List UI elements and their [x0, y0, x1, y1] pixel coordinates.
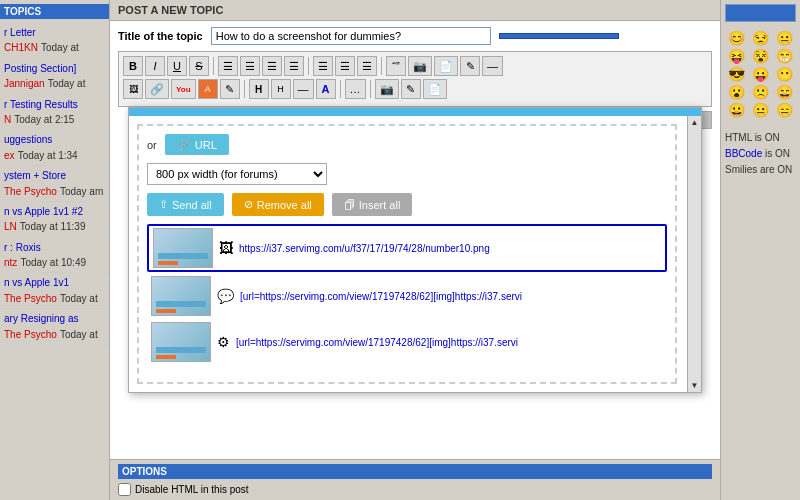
emoticon[interactable]: 😶 [774, 66, 796, 82]
disable-html-checkbox[interactable] [118, 483, 131, 496]
youtube-button[interactable]: You [171, 79, 196, 99]
strikethrough-button[interactable]: S [189, 56, 209, 76]
topic-link[interactable]: r Letter [4, 27, 36, 38]
underline-button[interactable]: U [167, 56, 187, 76]
img2-button[interactable]: 🖼 [123, 79, 143, 99]
h1-button[interactable]: H [249, 79, 269, 99]
emoticon[interactable]: 😐 [749, 102, 771, 118]
image-item[interactable]: ⚙ [url=https://servimg.com/view/17197428… [147, 320, 667, 364]
emoticon[interactable]: 😝 [725, 48, 747, 64]
title-row: Title of the topic [110, 21, 720, 51]
topic-link[interactable]: ystem + Store [4, 170, 66, 181]
emoticon[interactable]: 😄 [774, 84, 796, 100]
image-url[interactable]: https://i37.servimg.com/u/f37/17/19/74/2… [239, 243, 490, 254]
list-ol-button2[interactable]: ☰ [357, 56, 377, 76]
list-ul-button[interactable]: ☰ [313, 56, 333, 76]
editor-area: B I U S ☰ ☰ ☰ ☰ ☰ ☰ ☰ “” 📷 📄 ✎ — 🖼 🔗 You… [118, 51, 712, 107]
url-row: or 🔗 URL [147, 134, 667, 155]
list-item[interactable]: r Letter CH1KN Today at [0, 23, 109, 59]
send-all-button[interactable]: ⇧ Send all [147, 193, 224, 216]
toolbar-separator [340, 80, 341, 98]
list-item[interactable]: ary Resigning as The Psycho Today at [0, 309, 109, 345]
more-button[interactable]: — [482, 56, 503, 76]
list-item[interactable]: Posting Section] Jannigan Today at [0, 59, 109, 95]
topic-link[interactable]: r Testing Results [4, 99, 78, 110]
width-select-row: 800 px width (for forums) 600 px width 4… [147, 163, 667, 185]
topic-link[interactable]: r : Roxis [4, 242, 41, 253]
image-alt-bbcode[interactable]: [url=https://servimg.com/view/17197428/6… [236, 337, 518, 348]
list-item[interactable]: n vs Apple 1v1 #2 LN Today at 11:39 [0, 202, 109, 238]
list-item[interactable]: r : Roxis ntz Today at 10:49 [0, 238, 109, 274]
list-item[interactable]: r Testing Results N Today at 2:15 [0, 95, 109, 131]
toolbar-separator [381, 57, 382, 75]
list-item[interactable]: ystem + Store The Psycho Today am [0, 166, 109, 202]
action-buttons: ⇧ Send all ⊘ Remove all 🗍 Insert all [147, 193, 667, 216]
tb-icon1[interactable]: 📷 [375, 79, 399, 99]
settings-icon[interactable]: ⚙ [217, 334, 230, 350]
emoticon[interactable]: 😛 [749, 66, 771, 82]
emoticon[interactable]: 😐 [774, 30, 796, 46]
smilies-status: Smilies are ON [725, 162, 796, 178]
font-button[interactable]: A [316, 79, 336, 99]
list-ol-button[interactable]: ☰ [335, 56, 355, 76]
tb-icon2[interactable]: ✎ [401, 79, 421, 99]
title-input[interactable] [211, 27, 491, 45]
pencil-button[interactable]: ✎ [220, 79, 240, 99]
title-label: Title of the topic [118, 30, 203, 42]
thumb-bar [158, 253, 208, 259]
list-item[interactable]: n vs Apple 1v1 The Psycho Today at [0, 273, 109, 309]
bbcode-link[interactable]: BBCode [725, 148, 762, 159]
topic-link[interactable]: Posting Section] [4, 63, 76, 74]
emoticon[interactable]: 😮 [725, 84, 747, 100]
italic-button[interactable]: I [145, 56, 165, 76]
list-item[interactable]: uggestions ex Today at 1:34 [0, 130, 109, 166]
emoticon-search[interactable] [725, 4, 796, 22]
modal-scrollbar[interactable]: ▲ ▼ [687, 116, 701, 392]
width-select[interactable]: 800 px width (for forums) 600 px width 4… [147, 163, 327, 185]
image-thumbnail [153, 228, 213, 268]
topic-link[interactable]: n vs Apple 1v1 [4, 277, 69, 288]
topic-link[interactable]: n vs Apple 1v1 #2 [4, 206, 83, 217]
chat-icon[interactable]: 💬 [217, 288, 234, 304]
emoticon[interactable]: 😁 [774, 48, 796, 64]
emoticon[interactable]: 😀 [725, 102, 747, 118]
color-button[interactable]: A [198, 79, 218, 99]
image-upload-modal: ▲ ▼ or 🔗 URL 800 px width (for forums) [128, 107, 702, 393]
topic-link[interactable]: uggestions [4, 134, 52, 145]
scroll-down-arrow[interactable]: ▼ [691, 381, 699, 390]
remove-all-button[interactable]: ⊘ Remove all [232, 193, 324, 216]
tb-icon3[interactable]: 📄 [423, 79, 447, 99]
align-center-button[interactable]: ☰ [240, 56, 260, 76]
align-left-button[interactable]: ☰ [218, 56, 238, 76]
emoticon[interactable]: 😎 [725, 66, 747, 82]
modal-body: ▲ ▼ or 🔗 URL 800 px width (for forums) [129, 116, 701, 392]
submit-button[interactable] [499, 33, 619, 39]
modal-top-bar [129, 108, 701, 116]
file-button[interactable]: 📄 [434, 56, 458, 76]
link-button[interactable]: 🔗 [145, 79, 169, 99]
image-icon[interactable]: 🖼 [219, 240, 233, 256]
topic-link[interactable]: ary Resigning as [4, 313, 78, 324]
scroll-up-arrow[interactable]: ▲ [691, 118, 699, 127]
emoticon[interactable]: 😑 [774, 102, 796, 118]
quote-button[interactable]: “” [386, 56, 406, 76]
bold-button[interactable]: B [123, 56, 143, 76]
image-button[interactable]: 📷 [408, 56, 432, 76]
emoticon[interactable]: 🙁 [749, 84, 771, 100]
h2-button[interactable]: H [271, 79, 291, 99]
edit-button[interactable]: ✎ [460, 56, 480, 76]
thumb-bar2 [156, 355, 176, 359]
url-button[interactable]: 🔗 URL [165, 134, 229, 155]
image-item[interactable]: 💬 [url=https://servimg.com/view/17197428… [147, 274, 667, 318]
align-justify-button[interactable]: ☰ [284, 56, 304, 76]
align-right-button[interactable]: ☰ [262, 56, 282, 76]
strike2-button[interactable]: — [293, 79, 314, 99]
emoticon[interactable]: 😒 [749, 30, 771, 46]
image-item[interactable]: 🖼 https://i37.servimg.com/u/f37/17/19/74… [147, 224, 667, 272]
disable-html-label: Disable HTML in this post [135, 484, 249, 495]
extra-button[interactable]: … [345, 79, 366, 99]
image-bbcode[interactable]: [url=https://servimg.com/view/17197428/6… [240, 291, 522, 302]
emoticon[interactable]: 😵 [749, 48, 771, 64]
insert-all-button[interactable]: 🗍 Insert all [332, 193, 413, 216]
emoticon[interactable]: 😊 [725, 30, 747, 46]
